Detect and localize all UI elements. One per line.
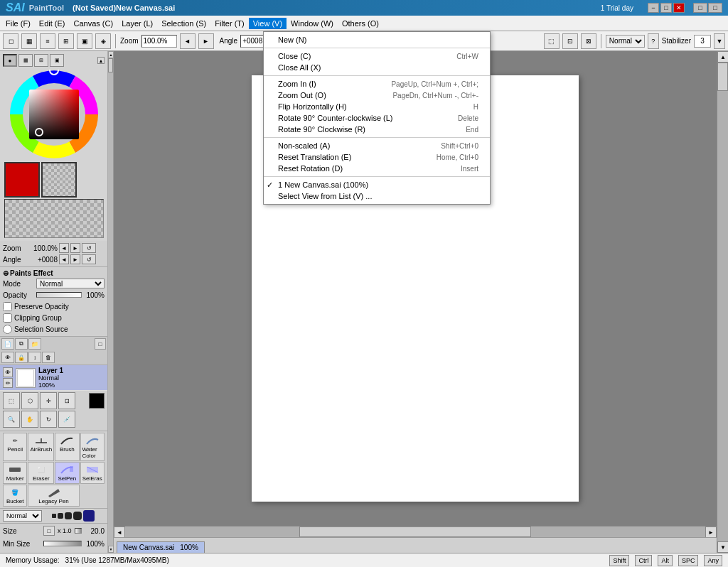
clipping-group-check[interactable]	[3, 313, 12, 323]
selection-source-radio[interactable]	[3, 325, 12, 334]
view-menu-zoomin[interactable]: Zoom In (I) PageUp, Ctrl+Num +, Ctrl+;	[264, 78, 490, 90]
color-palette-btn[interactable]: ▣	[50, 54, 64, 67]
panel-scroll-thumb[interactable]	[108, 58, 113, 72]
zoom-down-btn[interactable]: ◄	[59, 243, 69, 253]
brush-tip-2[interactable]	[58, 513, 63, 519]
canvas-tab-1[interactable]: New Canvas.sai 100%	[117, 541, 205, 553]
toolbar-right-1[interactable]: ⬚	[544, 33, 560, 49]
preserve-opacity-check[interactable]	[3, 302, 12, 311]
spc-btn[interactable]: SPC	[678, 555, 699, 566]
move-tool[interactable]: ✛	[40, 392, 57, 409]
stabilizer-select[interactable]: ▼	[714, 33, 725, 49]
brush-tip-3[interactable]	[65, 512, 72, 519]
view-menu-zoomout[interactable]: Zoom Out (O) PageDn, Ctrl+Num -, Ctrl+-	[264, 90, 490, 101]
marker-btn[interactable]: Marker	[3, 462, 27, 484]
menu-window[interactable]: Window (W)	[287, 18, 338, 29]
zoom-input[interactable]	[141, 35, 177, 48]
brush-tip-5-selected[interactable]	[83, 510, 95, 522]
layer-del-btn[interactable]: 🗑	[42, 352, 55, 363]
select-lasso-tool[interactable]: ⬡	[21, 392, 38, 409]
menu-layer[interactable]: Layer (L)	[117, 18, 157, 29]
background-color[interactable]	[41, 162, 77, 198]
panel-scroll-up-btn[interactable]: ▲	[108, 51, 114, 58]
menu-edit[interactable]: Edit (E)	[35, 18, 70, 29]
view-menu-close[interactable]: Close (C) Ctrl+W	[264, 50, 490, 62]
menu-file[interactable]: File (F)	[1, 18, 35, 29]
win-btn2[interactable]: □	[708, 3, 722, 13]
scroll-up-btn[interactable]: ▲	[717, 51, 728, 63]
eraser-btn[interactable]: ⬜ Eraser	[28, 462, 54, 484]
menu-others[interactable]: Others (O)	[338, 18, 383, 29]
view-menu-canvas1[interactable]: ✓ 1 New Canvas.sai (100%)	[264, 179, 490, 190]
select-rect-tool[interactable]: ⬚	[3, 392, 20, 409]
toolbar-btn-2[interactable]: ▦	[21, 33, 37, 49]
angle-up-btn[interactable]: ►	[70, 254, 80, 264]
color-hsl-btn[interactable]: ▦	[18, 54, 33, 67]
seleras-btn[interactable]: SelEras	[80, 462, 105, 484]
zoom-inc-btn[interactable]: ►	[198, 33, 214, 49]
color-rgb-btn[interactable]: ⊞	[34, 54, 48, 67]
hscroll-left-btn[interactable]: ◄	[114, 526, 125, 538]
toolbar-btn-6[interactable]: ◈	[95, 33, 111, 49]
pencil-btn[interactable]: ✏ Pencil	[3, 433, 27, 461]
toolbar-right-3[interactable]: ⊠	[581, 33, 596, 49]
layer-folder-btn[interactable]: 📁	[28, 338, 41, 350]
brush-tip-1[interactable]	[52, 514, 56, 518]
rotate-tool[interactable]: ↻	[40, 411, 57, 428]
hscroll-right-btn[interactable]: ►	[705, 526, 717, 538]
view-menu-nonscaled[interactable]: Non-scaled (A) Shift+Ctrl+0	[264, 140, 490, 151]
eyedrop-tool[interactable]: 💉	[58, 411, 75, 428]
legacypen-btn[interactable]: Legacy Pen	[28, 485, 79, 507]
layer-new-btn[interactable]: 📄	[1, 338, 14, 350]
size-btn[interactable]: □	[43, 526, 55, 536]
layer-eye-btn[interactable]: 👁	[1, 352, 14, 363]
swatch-panel[interactable]	[4, 199, 104, 238]
view-menu-fliphorizontal[interactable]: Flip Horizontally (H) H	[264, 101, 490, 112]
color-circle-btn[interactable]: ●	[3, 54, 17, 67]
scroll-down-btn[interactable]: ▼	[717, 541, 728, 553]
toolbar-right-2[interactable]: ⊡	[562, 33, 578, 49]
menu-view[interactable]: View (V)	[249, 18, 287, 29]
close-button[interactable]: ✕	[673, 3, 685, 13]
alt-btn[interactable]: Alt	[658, 555, 673, 566]
zoom-dec-btn[interactable]: ◄	[180, 33, 196, 49]
zoom-tool[interactable]: 🔍	[3, 411, 20, 428]
ctrl-btn[interactable]: Ctrl	[635, 555, 652, 566]
blend-mode-select[interactable]: Normal	[606, 35, 645, 48]
selpen-btn[interactable]: SelPen	[55, 462, 79, 484]
toolbar-btn-5[interactable]: ▣	[77, 33, 92, 49]
toolbar-btn-3[interactable]: ≡	[40, 33, 55, 49]
any-btn[interactable]: Any	[704, 555, 722, 566]
view-menu-new[interactable]: New (N)	[264, 34, 490, 45]
transform-tool[interactable]: ⊡	[58, 392, 75, 409]
layer-item-1[interactable]: 👁 ✏ Layer 1 Normal 100%	[0, 365, 107, 391]
mode-select[interactable]: Normal	[36, 279, 105, 288]
view-menu-closeall[interactable]: Close All (X)	[264, 62, 490, 73]
view-menu-rotate-cw[interactable]: Rotate 90° Clockwise (R) End	[264, 124, 490, 135]
brush-tip-4[interactable]	[73, 512, 82, 520]
brush-normal-select[interactable]: Normal	[3, 510, 42, 522]
toolbar-btn-1[interactable]: ◻	[3, 33, 18, 49]
view-menu-resetrotation[interactable]: Reset Rotation (D) Insert	[264, 163, 490, 174]
minimize-button[interactable]: −	[648, 3, 659, 13]
layer-copy-btn[interactable]: ⧉	[15, 338, 28, 350]
size-slider[interactable]	[75, 528, 82, 534]
minsize-slider[interactable]	[43, 541, 82, 546]
foreground-black-swatch[interactable]	[89, 393, 105, 409]
airbrush-btn[interactable]: AirBrush	[28, 433, 54, 461]
layer-lock-btn[interactable]: 🔒	[15, 352, 28, 363]
view-menu-resettranslation[interactable]: Reset Translation (E) Home, Ctrl+0	[264, 151, 490, 163]
color-wheel-container[interactable]	[8, 68, 100, 161]
shift-btn[interactable]: Shift	[609, 555, 629, 566]
maximize-button[interactable]: □	[660, 3, 672, 13]
angle-reset-btn[interactable]: ↺	[82, 254, 96, 264]
scroll-track[interactable]	[717, 63, 728, 541]
layer-merge-btn[interactable]: ↕	[28, 352, 41, 363]
hscroll-track[interactable]	[125, 526, 705, 537]
zoom-up-btn[interactable]: ►	[70, 243, 80, 253]
menu-filter[interactable]: Filter (T)	[210, 18, 249, 29]
hscroll-thumb[interactable]	[299, 526, 531, 537]
panel-scroll-down-btn[interactable]: ▼	[108, 546, 114, 553]
view-menu-selectlist[interactable]: Select View from List (V) ...	[264, 190, 490, 202]
panel-scroll-up[interactable]: ▲	[97, 57, 105, 64]
